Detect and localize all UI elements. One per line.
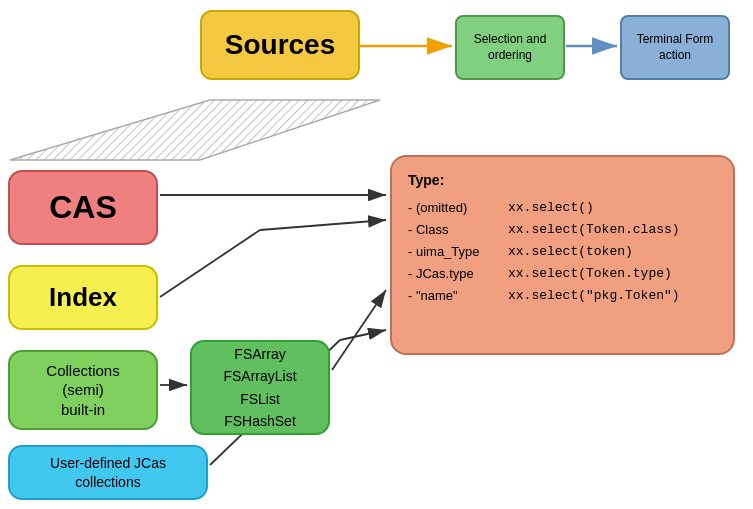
- selection-box: Selection and ordering: [455, 15, 565, 80]
- userdefined-box: User-defined JCas collections: [8, 445, 208, 500]
- type-right-1: xx.select(): [508, 197, 594, 219]
- diagram: Sources Selection and ordering Terminal …: [0, 0, 753, 509]
- type-left-3: - uima_Type: [408, 241, 498, 263]
- type-row-4: - JCas.type xx.select(Token.type): [408, 263, 717, 285]
- type-right-3: xx.select(token): [508, 241, 633, 263]
- type-left-1: - (omitted): [408, 197, 498, 219]
- type-left-5: - "name": [408, 285, 498, 307]
- fs-label: FSArray FSArrayList FSList FSHashSet: [223, 343, 296, 433]
- selection-label: Selection and ordering: [457, 32, 563, 63]
- svg-line-11: [332, 290, 386, 370]
- svg-line-13: [340, 330, 386, 340]
- index-box: Index: [8, 265, 158, 330]
- type-left-2: - Class: [408, 219, 498, 241]
- index-label: Index: [49, 282, 117, 313]
- type-row-2: - Class xx.select(Token.class): [408, 219, 717, 241]
- type-right-2: xx.select(Token.class): [508, 219, 680, 241]
- collections-label: Collections (semi) built-in: [46, 361, 119, 420]
- svg-line-8: [160, 230, 260, 297]
- type-left-4: - JCas.type: [408, 263, 498, 285]
- type-title: Type:: [408, 169, 717, 193]
- type-row-3: - uima_Type xx.select(token): [408, 241, 717, 263]
- terminal-label: Terminal Form action: [622, 32, 728, 63]
- cas-label: CAS: [49, 189, 117, 226]
- collections-box: Collections (semi) built-in: [8, 350, 158, 430]
- type-right-5: xx.select("pkg.Token"): [508, 285, 680, 307]
- sources-box: Sources: [200, 10, 360, 80]
- cas-box: CAS: [8, 170, 158, 245]
- userdefined-label: User-defined JCas collections: [50, 454, 166, 490]
- svg-marker-0: [10, 100, 380, 160]
- sources-label: Sources: [225, 29, 336, 61]
- type-row-1: - (omitted) xx.select(): [408, 197, 717, 219]
- fs-box: FSArray FSArrayList FSList FSHashSet: [190, 340, 330, 435]
- terminal-box: Terminal Form action: [620, 15, 730, 80]
- type-box: Type: - (omitted) xx.select() - Class xx…: [390, 155, 735, 355]
- svg-line-9: [260, 220, 386, 230]
- type-row-5: - "name" xx.select("pkg.Token"): [408, 285, 717, 307]
- type-right-4: xx.select(Token.type): [508, 263, 672, 285]
